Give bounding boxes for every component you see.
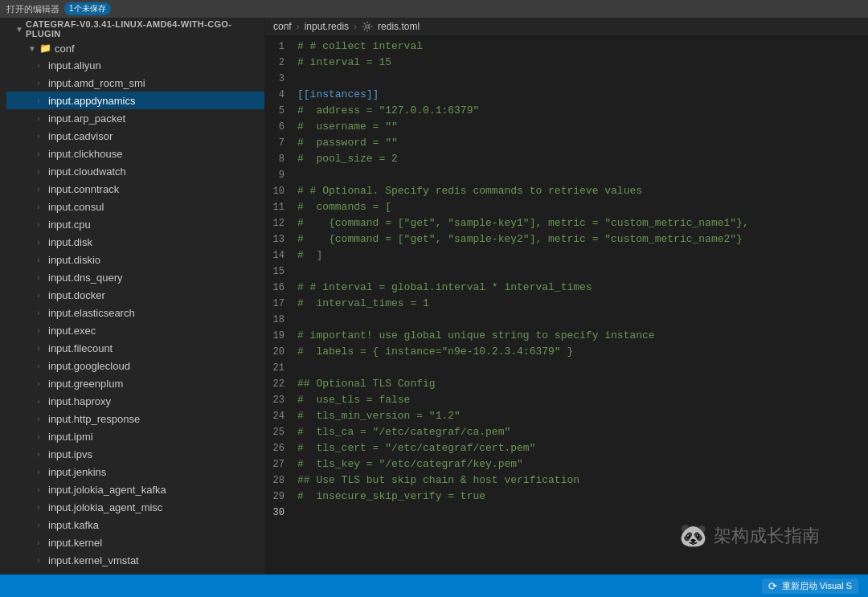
sidebar-item[interactable]: › input.cloudwatch bbox=[6, 162, 264, 180]
sidebar-item[interactable]: › input.clickhouse bbox=[6, 145, 264, 162]
sidebar-item[interactable]: › input.kernel bbox=[6, 534, 264, 551]
line-content: # tls_min_version = "1.2" bbox=[297, 408, 852, 424]
sidebar-item-label: input.http_response bbox=[45, 413, 140, 425]
line-content: # use_tls = false bbox=[297, 392, 852, 408]
line-number: 17 bbox=[265, 296, 297, 312]
sidebar-item[interactable]: › input.kernel_vmstat bbox=[6, 551, 264, 569]
sidebar-item-label: input.jolokia_agent_kafka bbox=[45, 484, 166, 496]
breadcrumb-file[interactable]: redis.toml bbox=[378, 21, 420, 32]
sidebar-item[interactable]: › input.cpu bbox=[6, 215, 264, 233]
line-content: # # interval = global.interval * interva… bbox=[297, 280, 852, 296]
line-content: # insecure_skip_verify = true bbox=[297, 489, 852, 505]
sidebar-item[interactable]: › input.consul bbox=[6, 198, 264, 215]
chevron-right-icon: › bbox=[32, 94, 45, 107]
chevron-down-icon: ▼ bbox=[13, 22, 26, 35]
conf-label: conf bbox=[55, 43, 75, 55]
sidebar-item[interactable]: › input.haproxy bbox=[6, 392, 264, 410]
sidebar-item-label: input.consul bbox=[45, 201, 104, 213]
sidebar-item[interactable]: › input.cadvisor bbox=[6, 127, 264, 145]
line-number: 9 bbox=[265, 167, 297, 183]
sidebar-item[interactable]: › input.kafka bbox=[6, 516, 264, 534]
sidebar-item[interactable]: › input.exec bbox=[6, 321, 264, 339]
sidebar-item-label: input.haproxy bbox=[45, 395, 111, 407]
line-number: 24 bbox=[265, 408, 297, 424]
line-content: [[instances]] bbox=[297, 87, 852, 103]
sidebar-item[interactable]: › input.arp_packet bbox=[6, 109, 264, 127]
sidebar-item[interactable]: › input.dns_query bbox=[6, 268, 264, 286]
sidebar-item[interactable]: › input.filecount bbox=[6, 339, 264, 357]
sidebar-item[interactable]: › input.conntrack bbox=[6, 180, 264, 198]
code-line: 24# tls_min_version = "1.2" bbox=[265, 408, 868, 424]
sidebar-item[interactable]: › input.elasticsearch bbox=[6, 304, 264, 321]
line-content: # {command = ["get", "sample-key1"], met… bbox=[297, 215, 852, 231]
chevron-right-icon: › bbox=[32, 218, 45, 231]
line-content: # # Optional. Specify redis commands to … bbox=[297, 183, 852, 199]
restart-notification[interactable]: ⟳ 重新启动 Visual S bbox=[762, 579, 858, 594]
conf-folder[interactable]: ▼ 📁 conf bbox=[6, 40, 264, 56]
sidebar-item[interactable]: › input.googlecloud bbox=[6, 357, 264, 374]
sidebar-item[interactable]: › input.amd_rocm_smi bbox=[6, 74, 264, 92]
chevron-right-icon: › bbox=[32, 359, 45, 372]
sidebar-item[interactable]: › input.greenplum bbox=[6, 374, 264, 392]
sidebar-item-label: input.disk bbox=[45, 236, 92, 248]
line-number: 6 bbox=[265, 119, 297, 135]
line-number: 4 bbox=[265, 87, 297, 103]
sidebar-item-label: input.jolokia_agent_misc bbox=[45, 501, 162, 513]
chevron-right-icon: › bbox=[32, 554, 45, 566]
open-editors-label: 打开的编辑器 bbox=[6, 3, 59, 15]
code-line: 17# interval_times = 1 bbox=[265, 296, 868, 312]
chevron-right-icon: › bbox=[32, 377, 45, 390]
code-line: 7# password = "" bbox=[265, 135, 868, 151]
chevron-right-icon: › bbox=[32, 165, 45, 178]
chevron-right-icon: › bbox=[32, 59, 45, 72]
line-content: ## Optional TLS Config bbox=[297, 376, 852, 392]
code-line: 9 bbox=[265, 167, 868, 183]
line-number: 15 bbox=[265, 264, 297, 280]
chevron-right-icon: › bbox=[32, 412, 45, 425]
sidebar-item[interactable]: › input.ipmi bbox=[6, 427, 264, 445]
bottom-bar: ⟳ 重新启动 Visual S bbox=[0, 575, 868, 597]
sidebar-item[interactable]: › input.kubernetes bbox=[6, 569, 264, 575]
line-number: 29 bbox=[265, 489, 297, 505]
breadcrumb-conf[interactable]: conf bbox=[273, 21, 292, 32]
sidebar-item[interactable]: › input.appdynamics bbox=[6, 92, 264, 109]
sidebar-item[interactable]: › input.jolokia_agent_kafka bbox=[6, 480, 264, 498]
sidebar-item-label: input.clickhouse bbox=[45, 148, 123, 160]
root-folder[interactable]: ▼ CATEGRAF-V0.3.41-LINUX-AMD64-WITH-CGO-… bbox=[6, 18, 264, 40]
sidebar-item[interactable]: › input.disk bbox=[6, 233, 264, 251]
sidebar-item[interactable]: › input.ipvs bbox=[6, 445, 264, 463]
chevron-right-icon: › bbox=[32, 448, 45, 460]
notification-label: 重新启动 Visual S bbox=[782, 580, 852, 592]
sidebar-item-label: input.docker bbox=[45, 289, 105, 301]
line-number: 3 bbox=[265, 71, 297, 87]
line-number: 8 bbox=[265, 151, 297, 167]
editor-area: conf › input.redis › redis.toml 1# # col… bbox=[265, 18, 868, 575]
sidebar-item[interactable]: › input.jenkins bbox=[6, 463, 264, 480]
sidebar-item[interactable]: › input.jolokia_agent_misc bbox=[6, 498, 264, 516]
line-content: ## Use TLS but skip chain & host verific… bbox=[297, 472, 852, 489]
tree-items-container: › input.aliyun › input.amd_rocm_smi › in… bbox=[6, 56, 264, 575]
code-editor[interactable]: 1# # collect interval2# interval = 1534[… bbox=[265, 35, 868, 575]
chevron-right-icon: › bbox=[32, 518, 45, 531]
chevron-right-icon: › bbox=[32, 395, 45, 407]
sidebar-item-label: input.diskio bbox=[45, 254, 100, 266]
line-content: # commands = [ bbox=[297, 199, 852, 215]
sidebar-item-label: input.cpu bbox=[45, 219, 91, 231]
sidebar-item[interactable]: › input.http_response bbox=[6, 410, 264, 427]
sidebar-item[interactable]: › input.diskio bbox=[6, 251, 264, 268]
chevron-right-icon: › bbox=[32, 129, 45, 142]
line-content: # important! use global unique string to… bbox=[297, 328, 852, 344]
code-line: 5# address = "127.0.0.1:6379" bbox=[265, 103, 868, 119]
line-content: # interval = 15 bbox=[297, 55, 852, 71]
chevron-right-icon: › bbox=[32, 465, 45, 478]
sidebar-item-label: input.greenplum bbox=[45, 378, 123, 390]
sidebar-item[interactable]: › input.docker bbox=[6, 286, 264, 304]
chevron-right-icon: › bbox=[32, 271, 45, 284]
line-content: # tls_cert = "/etc/categraf/cert.pem" bbox=[297, 440, 852, 456]
code-line: 25# tls_ca = "/etc/categraf/ca.pem" bbox=[265, 424, 868, 440]
sidebar-item[interactable]: › input.aliyun bbox=[6, 56, 264, 74]
code-line: 14# ] bbox=[265, 247, 868, 264]
chevron-right-icon: › bbox=[32, 324, 45, 337]
breadcrumb-input-redis[interactable]: input.redis bbox=[305, 21, 349, 32]
chevron-right-icon: › bbox=[32, 182, 45, 195]
